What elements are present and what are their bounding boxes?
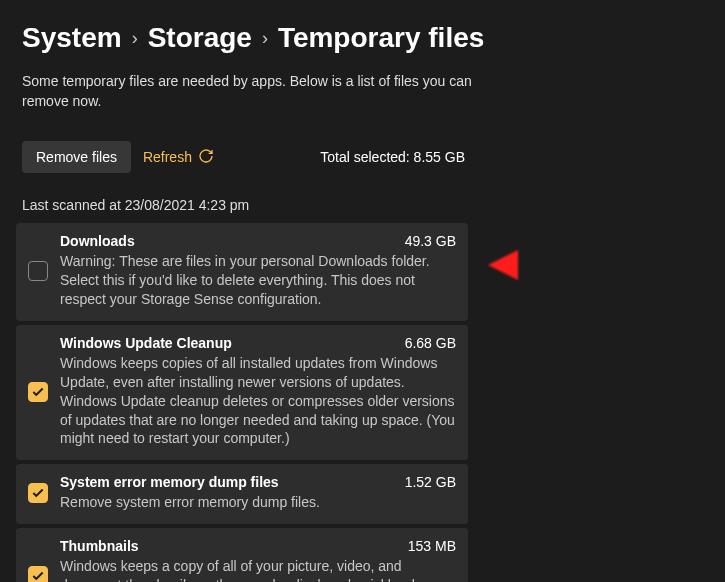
checkbox-thumbnails[interactable]: [28, 566, 48, 582]
item-downloads[interactable]: Downloads 49.3 GB Warning: These are fil…: [16, 223, 468, 321]
breadcrumb-system[interactable]: System: [22, 22, 122, 54]
item-description: Warning: These are files in your persona…: [60, 252, 456, 309]
item-title: System error memory dump files: [60, 474, 279, 490]
refresh-link[interactable]: Refresh: [143, 148, 214, 167]
item-title: Downloads: [60, 233, 135, 249]
item-description: Remove system error memory dump files.: [60, 493, 456, 512]
checkbox-system-error-dump[interactable]: [28, 483, 48, 503]
breadcrumb-storage[interactable]: Storage: [148, 22, 252, 54]
item-size: 49.3 GB: [405, 233, 456, 249]
item-title: Thumbnails: [60, 538, 139, 554]
refresh-icon: [198, 148, 214, 167]
chevron-right-icon: ›: [132, 28, 138, 49]
item-content: Windows Update Cleanup 6.68 GB Windows k…: [60, 335, 456, 448]
page-description: Some temporary files are needed by apps.…: [0, 72, 500, 111]
item-size: 1.52 GB: [405, 474, 456, 490]
item-description: Windows keeps a copy of all of your pict…: [60, 557, 456, 582]
item-size: 6.68 GB: [405, 335, 456, 351]
refresh-label: Refresh: [143, 149, 192, 165]
item-content: System error memory dump files 1.52 GB R…: [60, 474, 456, 512]
item-content: Downloads 49.3 GB Warning: These are fil…: [60, 233, 456, 309]
item-system-error-dump[interactable]: System error memory dump files 1.52 GB R…: [16, 464, 468, 524]
chevron-right-icon: ›: [262, 28, 268, 49]
item-windows-update-cleanup[interactable]: Windows Update Cleanup 6.68 GB Windows k…: [16, 325, 468, 460]
total-selected-label: Total selected: 8.55 GB: [320, 149, 703, 165]
last-scanned-label: Last scanned at 23/08/2021 4:23 pm: [0, 187, 725, 223]
item-title: Windows Update Cleanup: [60, 335, 232, 351]
breadcrumb: System › Storage › Temporary files: [0, 0, 725, 72]
item-size: 153 MB: [408, 538, 456, 554]
items-list: Downloads 49.3 GB Warning: These are fil…: [0, 223, 725, 582]
remove-files-button[interactable]: Remove files: [22, 141, 131, 173]
item-thumbnails[interactable]: Thumbnails 153 MB Windows keeps a copy o…: [16, 528, 468, 582]
actions-row: Remove files Refresh Total selected: 8.5…: [0, 111, 725, 187]
item-description: Windows keeps copies of all installed up…: [60, 354, 456, 448]
breadcrumb-temporary-files: Temporary files: [278, 22, 484, 54]
item-content: Thumbnails 153 MB Windows keeps a copy o…: [60, 538, 456, 582]
checkbox-downloads[interactable]: [28, 261, 48, 281]
checkbox-windows-update-cleanup[interactable]: [28, 382, 48, 402]
